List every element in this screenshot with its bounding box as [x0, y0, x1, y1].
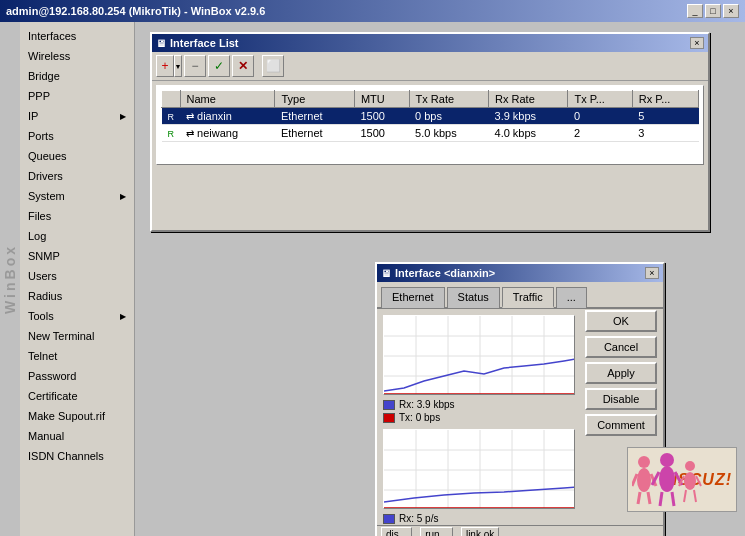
sidebar-item-manual[interactable]: Manual: [20, 426, 134, 446]
sidebar-item-queues[interactable]: Queues: [20, 146, 134, 166]
svg-point-22: [660, 453, 674, 467]
row-tx-p: 0: [568, 108, 632, 125]
sidebar-item-telnet[interactable]: Telnet: [20, 346, 134, 366]
sidebar-item-users[interactable]: Users: [20, 266, 134, 286]
row-tx-rate: 0 bps: [409, 108, 488, 125]
minimize-btn[interactable]: _: [687, 4, 703, 18]
svg-point-23: [659, 466, 675, 492]
col-tx-rate[interactable]: Tx Rate: [409, 91, 488, 108]
tab-ethernet[interactable]: Ethernet: [381, 287, 445, 308]
pps-chart-section: Rx: 5 p/s Tx: 0 p/s: [383, 429, 657, 536]
apply-button[interactable]: Apply: [585, 362, 657, 384]
svg-point-17: [637, 468, 651, 492]
disable-button[interactable]: ✕: [232, 55, 254, 77]
col-tx-p[interactable]: Tx P...: [568, 91, 632, 108]
pps-chart-svg: [384, 430, 575, 509]
discuz-figures-svg: [632, 452, 702, 507]
sidebar-item-files[interactable]: Files: [20, 206, 134, 226]
sidebar-item-bridge[interactable]: Bridge: [20, 66, 134, 86]
detail-status-bar: dis... run... link ok: [377, 525, 663, 536]
table-row[interactable]: R ⇄ dianxin Ethernet 1500 0 bps 3.9 kbps…: [162, 108, 699, 125]
main-layout: WinBox Interfaces Wireless Bridge PPP IP…: [0, 22, 745, 536]
row-mtu: 1500: [354, 125, 409, 142]
discuz-logo: DISCUZ!: [627, 447, 737, 512]
settings-button[interactable]: ⬜: [262, 55, 284, 77]
disable-button[interactable]: Disable: [585, 388, 657, 410]
svg-line-20: [638, 492, 640, 504]
interface-detail-window: 🖥 Interface <dianxin> × Ethernet Status …: [375, 262, 665, 536]
add-dropdown-arrow[interactable]: ▼: [174, 55, 182, 77]
sidebar-item-interfaces[interactable]: Interfaces: [20, 26, 134, 46]
sidebar-item-password[interactable]: Password: [20, 366, 134, 386]
svg-line-31: [696, 476, 701, 486]
svg-line-21: [648, 492, 650, 504]
content-area: 🖥 Interface List × + ▼ − ✓ ✕ ⬜: [135, 22, 745, 536]
bps-chart-svg: [384, 316, 575, 395]
col-name[interactable]: Name: [180, 91, 275, 108]
chevron-right-icon: ▶: [120, 312, 126, 321]
sidebar-item-make-supout[interactable]: Make Supout.rif: [20, 406, 134, 426]
svg-line-33: [694, 490, 696, 502]
col-flag[interactable]: [162, 91, 181, 108]
interface-list-toolbar: + ▼ − ✓ ✕ ⬜: [152, 52, 708, 81]
sidebar-item-wireless[interactable]: Wireless: [20, 46, 134, 66]
interface-detail-close-btn[interactable]: ×: [645, 267, 659, 279]
tab-traffic[interactable]: Traffic: [502, 287, 554, 308]
comment-button[interactable]: Comment: [585, 414, 657, 436]
svg-line-27: [672, 492, 674, 506]
sidebar-item-tools[interactable]: Tools ▶: [20, 306, 134, 326]
row-name: ⇄ neiwang: [180, 125, 275, 142]
col-rx-rate[interactable]: Rx Rate: [489, 91, 568, 108]
sidebar-item-drivers[interactable]: Drivers: [20, 166, 134, 186]
chevron-right-icon: ▶: [120, 192, 126, 201]
svg-line-18: [632, 474, 637, 486]
sidebar-item-system[interactable]: System ▶: [20, 186, 134, 206]
col-rx-p[interactable]: Rx P...: [632, 91, 698, 108]
bps-tx-color: [383, 413, 395, 423]
sidebar-item-ip[interactable]: IP ▶: [20, 106, 134, 126]
maximize-btn[interactable]: □: [705, 4, 721, 18]
close-btn[interactable]: ×: [723, 4, 739, 18]
title-bar-buttons: _ □ ×: [687, 4, 739, 18]
table-row[interactable]: R ⇄ neiwang Ethernet 1500 5.0 kbps 4.0 k…: [162, 125, 699, 142]
tab-status[interactable]: Status: [447, 287, 500, 308]
sidebar-item-ppp[interactable]: PPP: [20, 86, 134, 106]
sidebar-item-radius[interactable]: Radius: [20, 286, 134, 306]
sidebar-item-log[interactable]: Log: [20, 226, 134, 246]
status-seg3: link ok: [461, 527, 499, 536]
sidebar-item-isdn[interactable]: ISDN Channels: [20, 446, 134, 466]
status-seg2: run...: [420, 527, 453, 536]
sidebar-item-certificate[interactable]: Certificate: [20, 386, 134, 406]
row-rx-p: 5: [632, 108, 698, 125]
interface-list-titlebar[interactable]: 🖥 Interface List ×: [152, 34, 708, 52]
ok-button[interactable]: OK: [585, 310, 657, 332]
col-mtu[interactable]: MTU: [354, 91, 409, 108]
pps-rx-legend: Rx: 5 p/s: [383, 513, 657, 524]
row-tx-rate: 5.0 kbps: [409, 125, 488, 142]
tab-more[interactable]: ...: [556, 287, 587, 308]
detail-tabs: Ethernet Status Traffic ...: [377, 282, 663, 309]
sidebar-item-snmp[interactable]: SNMP: [20, 246, 134, 266]
remove-button[interactable]: −: [184, 55, 206, 77]
row-rx-rate: 3.9 kbps: [489, 108, 568, 125]
title-bar-text: admin@192.168.80.254 (MikroTik) - WinBox…: [6, 5, 265, 17]
cancel-button[interactable]: Cancel: [585, 336, 657, 358]
interface-table-container: Name Type MTU Tx Rate Rx Rate Tx P... Rx…: [156, 85, 704, 165]
detail-action-buttons: OK Cancel Apply Disable Comment: [585, 310, 657, 436]
row-type: Ethernet: [275, 125, 354, 142]
row-type: Ethernet: [275, 108, 354, 125]
sidebar-item-new-terminal[interactable]: New Terminal: [20, 326, 134, 346]
interface-detail-title: 🖥 Interface <dianxin>: [381, 267, 495, 279]
row-tx-p: 2: [568, 125, 632, 142]
col-type[interactable]: Type: [275, 91, 354, 108]
enable-button[interactable]: ✓: [208, 55, 230, 77]
row-name: ⇄ dianxin: [180, 108, 275, 125]
interface-list-title: 🖥 Interface List: [156, 37, 238, 49]
sidebar-item-ports[interactable]: Ports: [20, 126, 134, 146]
svg-point-28: [685, 461, 695, 471]
add-button[interactable]: +: [156, 55, 174, 77]
interface-list-window: 🖥 Interface List × + ▼ − ✓ ✕ ⬜: [150, 32, 710, 232]
interface-detail-titlebar[interactable]: 🖥 Interface <dianxin> ×: [377, 264, 663, 282]
interface-list-close-btn[interactable]: ×: [690, 37, 704, 49]
row-rx-p: 3: [632, 125, 698, 142]
